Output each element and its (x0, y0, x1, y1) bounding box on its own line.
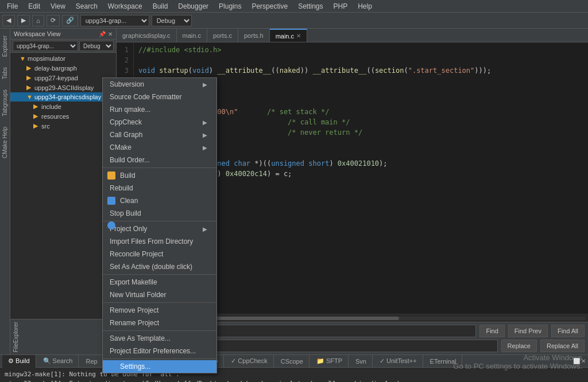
bottom-tab-sftp[interactable]: 📁 SFTP (311, 355, 349, 368)
bottom-tab-cppcheck[interactable]: ✓ CppCheck (225, 355, 273, 368)
folder-open-icon2: ▼ (26, 93, 34, 100)
ctx-sep-5 (103, 330, 216, 331)
ctx-set-active[interactable]: Set As Active (double click) (103, 260, 216, 273)
menu-settings[interactable]: Settings (293, 1, 327, 11)
ctx-project-only[interactable]: Project Only ▶ (103, 223, 216, 235)
ctx-new-virtual-folder[interactable]: New Virtual Folder (103, 289, 216, 301)
ctx-sep-6 (103, 358, 216, 359)
bottom-tab-unittest[interactable]: ✓ UnitTest++ (374, 355, 423, 368)
ctx-cppcheck[interactable]: CppCheck ▶ (103, 116, 216, 128)
tree-item-include[interactable]: ▶ include (10, 102, 116, 111)
folder-include-icon: ▶ (33, 103, 41, 110)
ctx-settings[interactable]: Settings... (103, 360, 216, 373)
ctx-run-qmake[interactable]: Run qmake... (103, 103, 216, 116)
tab-ports-c[interactable]: ports.c (207, 29, 238, 42)
output-line-2: mingw32-make[1]: Entering directory 'C:/… (5, 379, 583, 382)
output-content: mingw32-make[1]: Nothing to be done for … (0, 368, 588, 382)
menu-search[interactable]: Search (71, 1, 102, 11)
nav-forward-btn[interactable]: ▶ (17, 15, 30, 26)
ctx-reconcile[interactable]: Reconcile Project (103, 248, 216, 260)
pin-icon[interactable]: 📌 (99, 31, 106, 37)
menu-help[interactable]: Help (353, 1, 377, 11)
tabs-tab[interactable]: Tabs (1, 63, 9, 84)
ctx-source-formatter[interactable]: Source Code Formatter (103, 91, 216, 103)
tree-item-uppg27[interactable]: ▶ uppg27-keypad (10, 73, 116, 83)
folder-resources-icon: ▶ (33, 112, 41, 120)
ctx-call-graph[interactable]: Call Graph ▶ (103, 128, 216, 141)
sync-btn[interactable]: ⟳ (47, 15, 60, 26)
ctx-rename-project[interactable]: Rename Project (103, 317, 216, 329)
workspace-panel-header: Workspace View 📌 ✕ (10, 29, 116, 40)
folder-open-icon: ▼ (20, 55, 28, 62)
tab-ports-h[interactable]: ports.h (238, 29, 270, 42)
tree-item-uppg34[interactable]: ▼ uppg34-graphicsdisplay (10, 92, 116, 102)
tab-graphicsdisplay[interactable]: graphicsdisplay.c (117, 29, 177, 42)
ctx-clean[interactable]: Clean (103, 194, 216, 207)
ctx-sep-3 (103, 274, 216, 275)
ctx-project-editor-prefs[interactable]: Project Editor Preferences... (103, 345, 216, 357)
tab-close-btn[interactable]: ✕ (296, 33, 301, 39)
menu-edit[interactable]: Edit (24, 1, 45, 11)
tree-item-src[interactable]: ▶ src (10, 121, 116, 131)
bottom-tab-build[interactable]: ⚙ Build (2, 355, 36, 368)
tab-bar: graphicsdisplay.c main.c ports.c ports.h… (117, 29, 588, 42)
ctx-arrow-cppcheck: ▶ (203, 119, 207, 126)
tabgroups-tab[interactable]: Tabgroups (1, 85, 9, 121)
menu-workspace[interactable]: Workspace (103, 1, 147, 11)
ctx-build-order[interactable]: Build Order... (103, 154, 216, 166)
ctx-sep-1 (103, 167, 216, 168)
folder-closed-icon: ▶ (26, 64, 34, 72)
menu-file[interactable]: File (2, 1, 22, 11)
settings-icon (107, 221, 115, 229)
ctx-cmake[interactable]: CMake ▶ (103, 141, 216, 154)
menu-php[interactable]: PHP (329, 1, 353, 11)
menu-perspective[interactable]: Perspective (247, 1, 292, 11)
build-config-select[interactable]: Debug (152, 15, 192, 26)
tree-item-mopsimulator[interactable]: ▼ mopsimulator (10, 54, 116, 63)
project-select[interactable]: uppg34-grap... (80, 15, 149, 26)
tree-item-uppg29[interactable]: ▶ uppg29-ASCIIdisplay (10, 83, 116, 92)
ctx-save-as-template[interactable]: Save As Template... (103, 332, 216, 345)
ctx-rebuild[interactable]: Rebuild (103, 182, 216, 194)
ctx-build[interactable]: Build (103, 169, 216, 182)
ctx-arrow-project-only: ▶ (203, 226, 207, 232)
ctx-import-files[interactable]: Import Files From Directory (103, 235, 216, 248)
find-button[interactable]: Find (479, 325, 504, 337)
bottom-tab-cscope[interactable]: CScope (275, 355, 310, 368)
bookmark-btn[interactable]: 🔗 (62, 15, 78, 26)
tab-main-c-1[interactable]: main.c (177, 29, 207, 42)
bottom-tab-rep[interactable]: Rep (80, 355, 103, 368)
ctx-arrow-subversion: ▶ (203, 81, 207, 88)
cmake-help-tab[interactable]: CMake Help (1, 122, 9, 163)
tree-item-delay-bargraph[interactable]: ▶ delay-bargraph (10, 63, 116, 73)
find-all-button[interactable]: Find All (551, 325, 585, 337)
workspace-panel: Workspace View 📌 ✕ uppg34-grap... Debug … (10, 29, 117, 354)
bottom-tab-eterminal[interactable]: ETerninal (424, 355, 463, 368)
workspace-config-select[interactable]: Debug (79, 41, 114, 51)
ctx-export-makefile[interactable]: Export Makefile (103, 276, 216, 289)
ctx-sep-2 (103, 221, 216, 221)
tab-main-c-2[interactable]: main.c ✕ (270, 29, 307, 42)
menu-plugins[interactable]: Plugins (214, 1, 246, 11)
ctx-stop-build[interactable]: Stop Build (103, 207, 216, 220)
nav-back-btn[interactable]: ◀ (2, 15, 15, 26)
menu-build[interactable]: Build (148, 1, 173, 11)
bottom-panel-maximize[interactable]: ⬜ (573, 358, 580, 364)
bottom-panel-close[interactable]: ✕ (581, 358, 586, 364)
workspace-project-select[interactable]: uppg34-grap... (13, 41, 78, 51)
bottom-tab-search[interactable]: 🔍 Search (37, 355, 79, 368)
ctx-remove-project[interactable]: Remove Project (103, 304, 216, 317)
close-panel-icon[interactable]: ✕ (108, 31, 113, 37)
replace-button[interactable]: Replace (501, 340, 537, 352)
find-prev-button[interactable]: Find Prev (508, 325, 548, 337)
menu-view[interactable]: View (46, 1, 70, 11)
home-btn[interactable]: ⌂ (32, 15, 44, 26)
menu-debugger[interactable]: Debugger (173, 1, 213, 11)
bottom-tab-svn[interactable]: Svn (350, 355, 373, 368)
file-explorer-tab[interactable]: FileExplorer (13, 322, 19, 352)
tree-item-resources[interactable]: ▶ resources (10, 111, 116, 121)
replace-all-button[interactable]: Replace All (540, 340, 585, 352)
bottom-tab-bar: ⚙ Build 🔍 Search Rep Clang Trace Tasks B… (0, 355, 588, 368)
explorer-tab[interactable]: Explorer (1, 31, 9, 61)
ctx-subversion[interactable]: Subversion ▶ (103, 78, 216, 91)
